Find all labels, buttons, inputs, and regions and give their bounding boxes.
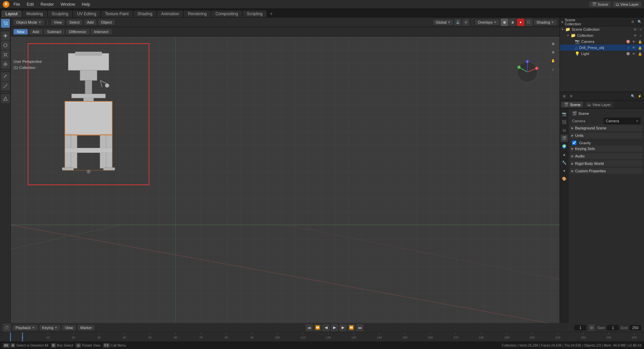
tab-shading[interactable]: Shading — [133, 10, 156, 17]
visibility-icon-scene-collection[interactable]: 👁 — [634, 28, 637, 31]
viewport-mode-selector[interactable]: Object Mode ▼ — [14, 20, 44, 25]
solid-shading-btn[interactable]: ◼ — [501, 19, 508, 26]
exclude-icon-collection[interactable]: ✓ — [639, 34, 642, 38]
jump-next-keyframe-btn[interactable]: ⏩ — [348, 324, 355, 331]
view-layer-tab[interactable]: 🗂 View Layer — [585, 102, 613, 107]
scene-props-icon[interactable]: 🎬 — [561, 134, 568, 142]
tab-modeling[interactable]: Modeling — [22, 10, 47, 17]
timeline-ruler[interactable]: 0 10 20 30 40 50 60 70 80 90 1 — [0, 332, 644, 342]
view-layer-dropdown[interactable]: 🗂 View Layer — [613, 2, 641, 7]
outliner-light[interactable]: ▶ 💡 Light 👁 🔒 — [560, 51, 644, 57]
viewport-cameras-icon[interactable]: ⊞ — [549, 40, 557, 47]
wireframe-shading-btn[interactable]: ☐ — [525, 19, 532, 26]
shading-dropdown[interactable]: Shading ▼ — [534, 20, 557, 25]
outliner-camera[interactable]: ▶ 📷 Camera 👁 🔒 — [560, 39, 644, 45]
outliner-drill-press[interactable]: ▶ △ Drill_Press_obj ⊹ 👁 🔒 — [560, 45, 644, 51]
view-layer-props-icon[interactable]: 🗂 — [561, 126, 568, 134]
fps-icon[interactable]: ⊙ — [588, 324, 595, 331]
object-props-icon[interactable]: ▲ — [561, 151, 568, 158]
world-props-icon[interactable]: 🌍 — [561, 143, 568, 150]
playback-menu[interactable]: Playback ▼ — [13, 325, 38, 330]
tool-transform[interactable] — [1, 60, 10, 69]
bool-new-btn[interactable]: New — [14, 29, 28, 34]
bool-subtract-btn[interactable]: Subtract — [44, 29, 65, 34]
custom-properties-header[interactable]: ▶ Custom Properties — [570, 168, 643, 174]
current-frame-field[interactable]: 1 — [574, 325, 586, 330]
end-frame-field[interactable]: 250 — [629, 325, 641, 330]
viewport-view-menu[interactable]: View — [51, 20, 65, 25]
jump-to-start-btn[interactable]: ⏮ — [305, 324, 313, 331]
props-search-btn[interactable]: 🔍 — [630, 93, 636, 99]
viewport-hand-icon[interactable]: ✋ — [549, 57, 557, 64]
tool-move[interactable] — [1, 31, 10, 40]
proportional-edit-icon[interactable]: ⊙ — [463, 19, 469, 26]
gravity-checkbox[interactable] — [572, 141, 576, 145]
units-header[interactable]: ▶ Units — [570, 132, 643, 139]
view-menu[interactable]: View — [62, 325, 76, 330]
camera-prop-value[interactable]: Camera ✕ — [604, 118, 641, 124]
tab-animation[interactable]: Animation — [157, 10, 183, 17]
menu-edit[interactable]: Edit — [24, 1, 36, 7]
jump-prev-keyframe-btn[interactable]: ⏪ — [314, 324, 321, 331]
visibility-icon-collection[interactable]: 👁 — [634, 34, 637, 38]
lock-icon-camera[interactable]: 🔒 — [638, 40, 642, 44]
tool-scale[interactable] — [1, 50, 10, 59]
keying-sets-header[interactable]: ▶ Keying Sets — [570, 146, 643, 152]
props-layout-btn[interactable]: ⊞ — [561, 93, 567, 99]
add-workspace-button[interactable]: + — [267, 10, 275, 17]
outliner-scene-collection[interactable]: ▼ 📁 Scene Collection 👁 ✓ — [560, 26, 644, 32]
tool-select[interactable] — [1, 19, 10, 28]
lock-icon-drill[interactable]: 🔒 — [638, 46, 642, 50]
viewport-add-menu[interactable]: Add — [84, 20, 97, 25]
bool-difference-btn[interactable]: Difference — [66, 29, 90, 34]
rendered-shading-btn[interactable]: ● — [517, 19, 524, 26]
visibility-icon-light[interactable]: 👁 — [632, 52, 636, 56]
tool-measure[interactable] — [1, 82, 10, 91]
tab-uv-editing[interactable]: UV Editing — [73, 10, 100, 17]
start-frame-field[interactable]: 1 — [607, 325, 619, 330]
visibility-icon-camera[interactable]: 👁 — [632, 40, 636, 44]
overlays-button[interactable]: Overlays ▼ — [475, 20, 499, 25]
props-settings-btn[interactable]: ⚙ — [568, 93, 574, 99]
scene-dropdown[interactable]: 🎬 Scene — [589, 1, 611, 7]
menu-file[interactable]: File — [11, 1, 23, 7]
audio-header[interactable]: ▶ Audio — [570, 153, 643, 159]
selected-object[interactable] — [28, 43, 149, 185]
blender-logo[interactable]: B — [3, 1, 9, 8]
tab-texture-paint[interactable]: Texture Paint — [101, 10, 133, 17]
data-props-icon[interactable]: ● — [561, 167, 568, 174]
timeline-header-icon[interactable]: ⏱ — [3, 324, 11, 332]
tool-add[interactable] — [1, 94, 10, 103]
outliner-filter-btn[interactable]: ⚙ — [629, 19, 636, 25]
step-forward-btn[interactable]: ▶ — [339, 324, 347, 331]
menu-help[interactable]: Help — [79, 1, 93, 7]
tool-rotate[interactable] — [1, 41, 10, 50]
render-props-icon[interactable]: 📷 — [561, 110, 568, 118]
step-back-btn[interactable]: ◀ — [322, 324, 330, 331]
rigid-body-world-header[interactable]: ▶ Rigid Body World — [570, 160, 643, 167]
snap-icon[interactable]: ⚓ — [454, 19, 461, 26]
visibility-icon-drill[interactable]: 👁 — [632, 46, 636, 50]
tab-rendering[interactable]: Rendering — [184, 10, 210, 17]
play-btn[interactable]: ▶ — [331, 324, 338, 331]
background-scene-header[interactable]: ▶ Background Scene — [570, 125, 643, 131]
props-filter-btn[interactable]: ⚡ — [637, 93, 643, 99]
viewport-object-menu[interactable]: Object — [98, 20, 115, 25]
lock-icon-light[interactable]: 🔒 — [638, 52, 642, 56]
viewport-show-gizmo-icon[interactable]: ⊕ — [549, 48, 557, 56]
keying-menu[interactable]: Keying ▼ — [40, 325, 60, 330]
viewport-zoom-icon[interactable]: ⌕ — [549, 65, 557, 73]
tab-sculpting[interactable]: Sculpting — [48, 10, 72, 17]
tool-annotate[interactable] — [1, 72, 10, 81]
menu-window[interactable]: Window — [58, 1, 78, 7]
exclude-icon-scene-collection[interactable]: ✓ — [639, 28, 642, 31]
outliner-collection[interactable]: ▼ 📁 Collection 👁 ✓ — [560, 32, 644, 39]
viewport-container[interactable]: Object Mode ▼ View Select Add Object Glo… — [11, 18, 560, 340]
output-props-icon[interactable]: ⬛ — [561, 118, 568, 126]
tab-layout[interactable]: Layout — [1, 10, 22, 17]
menu-render[interactable]: Render — [38, 1, 56, 7]
material-shading-btn[interactable]: ◑ — [509, 19, 516, 26]
bool-intersect-btn[interactable]: Intersect — [91, 29, 112, 34]
tab-compositing[interactable]: Compositing — [212, 10, 242, 17]
marker-menu[interactable]: Marker — [78, 325, 95, 330]
